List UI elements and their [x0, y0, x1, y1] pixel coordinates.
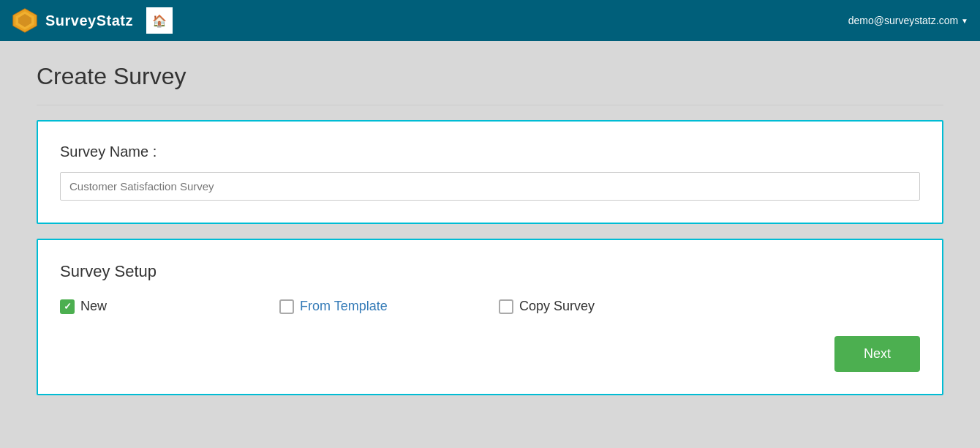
dropdown-arrow-icon: ▼ [961, 17, 968, 25]
option-new: New [60, 299, 279, 314]
logo-text: SurveyStatz [45, 12, 133, 29]
next-button[interactable]: Next [834, 336, 920, 372]
option-new-label: New [80, 299, 107, 314]
header-left: SurveyStatz 🏠 [12, 7, 173, 34]
survey-name-input[interactable] [60, 172, 920, 201]
home-button[interactable]: 🏠 [146, 7, 173, 34]
user-email: demo@surveystatz.com [848, 15, 958, 26]
checkbox-from-template[interactable] [279, 299, 294, 314]
logo-icon [12, 7, 38, 34]
home-icon: 🏠 [152, 14, 167, 28]
header: SurveyStatz 🏠 demo@surveystatz.com ▼ [0, 0, 980, 41]
button-row: Next [60, 336, 920, 372]
user-menu[interactable]: demo@surveystatz.com ▼ [848, 15, 968, 26]
main-content: Create Survey Survey Name : Survey Setup… [0, 41, 980, 432]
survey-name-card: Survey Name : [37, 120, 943, 224]
survey-setup-card: Survey Setup New From Template Copy Surv… [37, 239, 943, 395]
survey-name-label: Survey Name : [60, 143, 920, 160]
option-from-template-label: From Template [300, 299, 388, 314]
option-from-template: From Template [279, 299, 499, 314]
checkbox-copy-survey[interactable] [499, 299, 513, 314]
survey-setup-title: Survey Setup [60, 262, 920, 281]
checkbox-new[interactable] [60, 299, 75, 314]
option-copy-survey-label: Copy Survey [519, 299, 595, 314]
option-copy-survey: Copy Survey [499, 299, 718, 314]
setup-options: New From Template Copy Survey [60, 299, 920, 314]
page-title: Create Survey [37, 63, 943, 90]
divider [37, 105, 943, 105]
